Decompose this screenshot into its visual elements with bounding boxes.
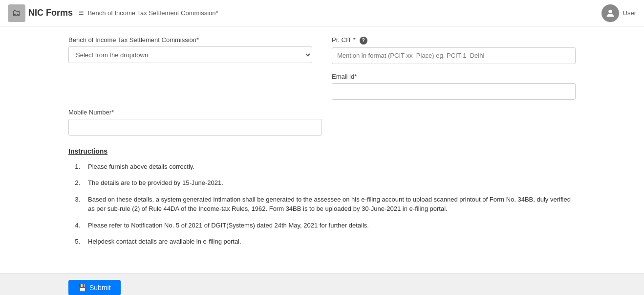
mobile-label: Mobile Number* (68, 109, 322, 116)
list-num-1: 1. (68, 162, 88, 172)
email-group: Email id* (332, 73, 576, 100)
form-row-email: Email id* (68, 73, 576, 100)
list-text-1: Please furnish above details correctly. (88, 162, 576, 172)
form-row-bench-cit: Bench of Income Tax Settlement Commissio… (68, 36, 576, 64)
bench-group: Bench of Income Tax Settlement Commissio… (68, 36, 312, 64)
list-num-2: 2. (68, 178, 88, 188)
list-item: 5. Helpdesk contact details are availabl… (68, 237, 576, 247)
list-text-4: Please refer to Notification No. 5 of 20… (88, 221, 576, 230)
instructions-section: Instructions 1. Please furnish above det… (68, 147, 576, 247)
menu-icon[interactable]: ≡ (79, 8, 84, 18)
instructions-title: Instructions (68, 147, 576, 155)
pr-cit-help-icon[interactable]: ? (360, 37, 367, 45)
mobile-group: Mobile Number* (68, 109, 322, 136)
user-label: User (623, 9, 636, 17)
bench-label: Bench of Income Tax Settlement Commissio… (68, 36, 312, 44)
logo-icon: 🗂 (8, 4, 25, 22)
logo: 🗂 NIC Forms (8, 4, 73, 22)
pr-cit-group: Pr. CIT * ? (332, 36, 576, 64)
list-item: 1. Please furnish above details correctl… (68, 162, 576, 172)
email-input[interactable] (332, 83, 576, 100)
user-section: User (601, 4, 636, 22)
list-num-3: 3. (68, 195, 88, 214)
bench-dropdown[interactable]: Select from the dropdown (68, 46, 312, 63)
list-text-3: Based on these details, a system generat… (88, 195, 576, 214)
header-title: Bench of Income Tax Settlement Commissio… (88, 9, 601, 17)
save-icon: 💾 (78, 284, 86, 292)
list-num-4: 4. (68, 221, 88, 230)
instructions-list: 1. Please furnish above details correctl… (68, 162, 576, 247)
user-avatar (601, 4, 619, 22)
svg-point-0 (608, 9, 612, 13)
pr-cit-input[interactable] (332, 47, 576, 64)
list-num-5: 5. (68, 237, 88, 247)
list-text-5: Helpdesk contact details are available i… (88, 237, 576, 247)
list-text-2: The details are to be provided by 15-Jun… (88, 178, 576, 188)
form-row-mobile: Mobile Number* (68, 109, 322, 136)
submit-button[interactable]: 💾 Submit (68, 280, 121, 295)
list-item: 3. Based on these details, a system gene… (68, 195, 576, 214)
list-item: 4. Please refer to Notification No. 5 of… (68, 221, 576, 230)
header: 🗂 NIC Forms ≡ Bench of Income Tax Settle… (0, 0, 644, 26)
logo-text: NIC Forms (28, 8, 73, 18)
submit-label: Submit (89, 284, 111, 292)
pr-cit-label: Pr. CIT * ? (332, 36, 576, 45)
mobile-input[interactable] (68, 119, 322, 136)
main-content: Bench of Income Tax Settlement Commissio… (0, 26, 644, 273)
footer: 💾 Submit (0, 273, 644, 295)
list-item: 2. The details are to be provided by 15-… (68, 178, 576, 188)
email-label: Email id* (332, 73, 576, 80)
